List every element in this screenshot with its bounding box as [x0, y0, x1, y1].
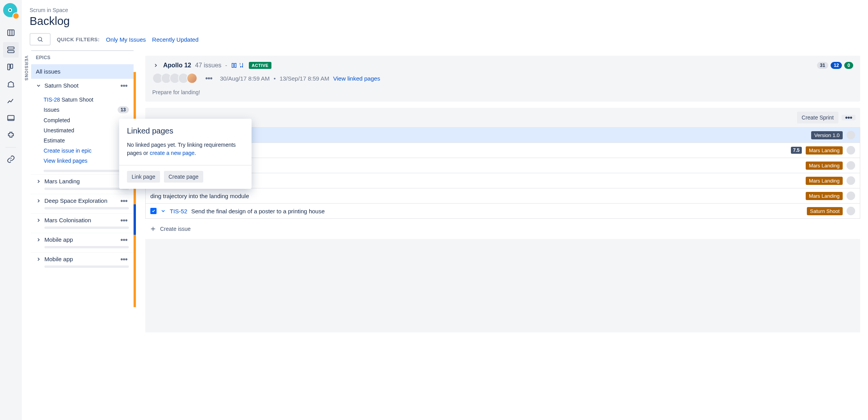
svg-point-1 — [9, 9, 11, 11]
versions-panel-toggle[interactable]: VERSIONS — [22, 50, 31, 420]
epic-saturn-shoot[interactable]: Saturn Shoot ••• — [31, 79, 134, 93]
epics-header: EPICS — [31, 51, 134, 64]
sprint-icons[interactable] — [231, 62, 245, 69]
dashboard-icon[interactable] — [3, 111, 19, 126]
epic-more-icon[interactable]: ••• — [119, 238, 129, 241]
epic-key[interactable]: TIS-28 — [44, 97, 60, 103]
issue-row[interactable]: landing site Mars Landing — [146, 158, 860, 173]
epic-more-icon[interactable]: ••• — [119, 199, 129, 202]
epic-title: Saturn Shoot — [62, 97, 93, 103]
backlog-issue-list: acker app updates Version 1.0 nding site… — [145, 127, 860, 219]
chevron-right-icon[interactable] — [36, 218, 41, 223]
assignee-avatar[interactable] — [847, 146, 855, 155]
reports-icon[interactable] — [3, 93, 19, 109]
left-nav — [0, 0, 22, 420]
svg-rect-10 — [235, 63, 236, 68]
epic-tag[interactable]: Mars Landing — [806, 177, 843, 185]
epic-tag[interactable]: Mars Landing — [806, 162, 843, 170]
version-tag: Version 1.0 — [811, 131, 843, 139]
svg-rect-6 — [11, 64, 13, 69]
avatar[interactable] — [187, 73, 197, 84]
sprint-issue-count: 47 issues — [195, 62, 222, 69]
issue-row[interactable]: acker app updates Version 1.0 — [146, 127, 860, 142]
issue-key[interactable]: TIS-52 — [170, 208, 187, 214]
svg-rect-2 — [8, 30, 14, 36]
inprogress-count: 12 — [831, 62, 842, 69]
create-issue-in-epic[interactable]: Create issue in epic — [44, 146, 129, 156]
issue-row[interactable]: ding trajectory into the landing module … — [146, 188, 860, 203]
filter-recently-updated[interactable]: Recently Updated — [152, 36, 199, 43]
view-linked-pages-sprint[interactable]: View linked pages — [333, 75, 380, 82]
popover-title: Linked pages — [127, 127, 244, 135]
issue-row[interactable]: TIS-52 Send the final design of a poster… — [146, 203, 860, 218]
sprint-assignees[interactable] — [152, 73, 197, 84]
issue-row[interactable]: -landing report to Earth Mars Landing — [146, 173, 860, 188]
link-icon[interactable] — [3, 151, 19, 167]
epic-more-icon[interactable]: ••• — [119, 84, 129, 87]
filter-only-my-issues[interactable]: Only My Issues — [106, 36, 146, 43]
epic-tag[interactable]: Saturn Shoot — [807, 207, 843, 215]
chevron-right-icon[interactable] — [152, 62, 159, 69]
epic-mobile-app-1[interactable]: Mobile app ••• — [31, 233, 134, 252]
addon-icon[interactable] — [3, 128, 19, 143]
svg-rect-9 — [232, 63, 234, 68]
epic-name: Mobile app — [44, 236, 116, 243]
sprint-status-badge: ACTIVE — [249, 62, 271, 69]
svg-rect-4 — [8, 51, 14, 53]
issue-row[interactable]: nding site 7.5 Mars Landing — [146, 142, 860, 158]
svg-point-8 — [38, 37, 42, 41]
assignee-avatar[interactable] — [847, 207, 855, 215]
assignee-avatar[interactable] — [847, 131, 855, 139]
breadcrumb[interactable]: Scrum in Space — [30, 7, 860, 13]
svg-rect-3 — [8, 47, 14, 49]
epic-mobile-app-2[interactable]: Mobile app ••• — [31, 252, 134, 272]
backlog-icon[interactable] — [3, 42, 19, 58]
backlog-header: Create Sprint ••• — [145, 108, 860, 127]
epic-more-icon[interactable]: ••• — [119, 258, 129, 261]
epic-color-stripes — [134, 51, 136, 420]
epic-tag[interactable]: Mars Landing — [806, 146, 843, 155]
separator — [5, 147, 16, 148]
ship-icon[interactable] — [3, 76, 19, 92]
create-page-button[interactable]: Create page — [164, 171, 203, 183]
epic-details: TIS-28 Saturn Shoot Issues 13 Completed … — [31, 93, 134, 174]
sprint-goal: Prepare for landing! — [152, 89, 853, 95]
backlog-more-icon[interactable]: ••• — [842, 115, 856, 120]
epic-mars-colonisation[interactable]: Mars Colonisation ••• — [31, 213, 134, 233]
search-input[interactable] — [30, 33, 51, 46]
epic-deep-space[interactable]: Deep Space Exploration ••• — [31, 194, 134, 213]
active-sprints-icon[interactable] — [3, 59, 19, 75]
chevron-down-icon[interactable] — [36, 83, 41, 88]
chevron-right-icon[interactable] — [36, 237, 41, 243]
epic-name: Mars Colonisation — [44, 217, 116, 223]
epic-progress — [44, 227, 129, 229]
estimate-pill: 7.5 — [791, 147, 802, 154]
chevron-right-icon[interactable] — [36, 198, 41, 204]
epic-progress — [44, 265, 129, 268]
priority-icon — [160, 208, 166, 214]
epic-name: Saturn Shoot — [44, 82, 116, 89]
assignee-avatar[interactable] — [847, 161, 855, 170]
create-issue-button[interactable]: Create issue — [145, 219, 860, 239]
sprint-more-icon[interactable]: ••• — [204, 77, 214, 80]
boards-icon[interactable] — [3, 25, 19, 40]
assignee-avatar[interactable] — [847, 192, 855, 200]
todo-count: 31 — [817, 62, 828, 69]
create-sprint-button[interactable]: Create Sprint — [797, 112, 838, 123]
quick-filters-label: QUICK FILTERS: — [57, 37, 100, 42]
chevron-right-icon[interactable] — [36, 179, 41, 184]
epic-tag[interactable]: Mars Landing — [806, 192, 843, 200]
all-issues[interactable]: All issues — [31, 64, 134, 79]
date-separator: • — [274, 75, 276, 82]
assignee-avatar[interactable] — [847, 176, 855, 185]
completed-label: Completed — [44, 117, 70, 123]
link-page-button[interactable]: Link page — [127, 171, 160, 183]
svg-rect-5 — [8, 64, 10, 70]
view-linked-pages-epic[interactable]: View linked pages — [44, 156, 129, 166]
linked-pages-popover: Linked pages No linked pages yet. Try li… — [119, 119, 252, 189]
epic-mars-landing[interactable]: Mars Landing — [31, 174, 134, 194]
project-avatar[interactable] — [3, 3, 19, 19]
create-new-page-link[interactable]: create a new page — [150, 150, 194, 156]
chevron-right-icon[interactable] — [36, 257, 41, 262]
epic-more-icon[interactable]: ••• — [119, 219, 129, 222]
